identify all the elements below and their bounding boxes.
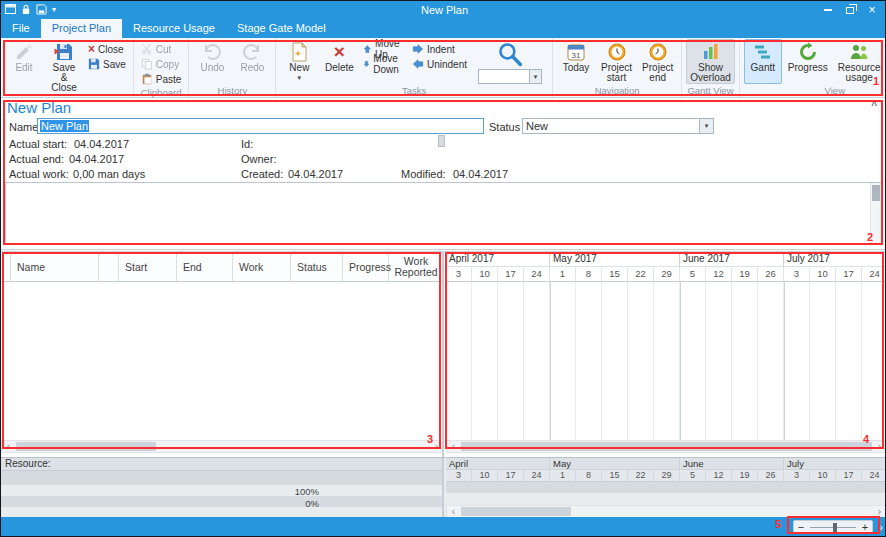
redo-icon [242, 42, 262, 62]
project-end-button[interactable]: Project end [638, 39, 677, 84]
resource-week: 3 [446, 470, 472, 482]
gantt-week: 15 [602, 267, 628, 282]
gantt-week: 17 [498, 267, 524, 282]
gantt-hscroll-thumb[interactable] [461, 442, 872, 451]
column-end[interactable]: End [177, 252, 233, 281]
close-plan-button[interactable]: × Close [85, 42, 129, 56]
task-table-body[interactable] [1, 282, 442, 440]
view-gantt-button[interactable]: Gantt [744, 39, 782, 84]
name-input[interactable]: New Plan [37, 118, 484, 134]
column-start[interactable]: Start [119, 252, 177, 281]
redo-label: Redo [240, 63, 264, 73]
task-table-hscroll-thumb[interactable] [16, 442, 156, 451]
save-and-close-button[interactable]: Save & Close [45, 39, 83, 94]
delete-icon: × [334, 42, 345, 62]
status-select[interactable]: New ▾ [522, 118, 714, 134]
view-progress-button[interactable]: Progress [784, 39, 832, 84]
resource-week: 26 [758, 470, 784, 482]
close-window-button[interactable]: × [862, 2, 882, 18]
task-table-hscrollbar[interactable]: ‹ › [1, 440, 444, 453]
paste-button[interactable]: Paste [138, 72, 185, 86]
collapse-panel-icon[interactable]: ^ [871, 100, 877, 111]
gantt-chart: April 2017 May 2017 June 2017 July 2017 … [446, 252, 886, 457]
zoom-in-button[interactable]: + [858, 521, 872, 533]
zoom-out-button[interactable]: − [794, 521, 808, 533]
resource-hscroll-thumb[interactable] [461, 507, 571, 516]
gantt-hscrollbar[interactable]: ‹ › [446, 440, 886, 453]
gantt-timeline-body[interactable] [446, 282, 886, 440]
search-icon[interactable] [496, 41, 524, 67]
actual-end-label: Actual end: [9, 153, 64, 165]
column-name[interactable]: Name [11, 252, 99, 281]
notes-textarea[interactable] [5, 182, 882, 245]
tab-stage-gate-model[interactable]: Stage Gate Model [226, 19, 337, 38]
scroll-right-icon[interactable]: › [873, 441, 886, 452]
column-icon[interactable] [99, 252, 119, 281]
search-dropdown-icon[interactable]: ▾ [529, 70, 541, 83]
project-start-clock-icon [607, 42, 627, 62]
tab-resource-usage[interactable]: Resource Usage [122, 19, 226, 38]
gantt-month: April 2017 [446, 252, 550, 267]
new-task-button[interactable]: New ▾ [280, 39, 318, 84]
zoom-slider-thumb[interactable] [833, 523, 837, 533]
gantt-week: 10 [810, 267, 836, 282]
statusbar-scroll-right-icon[interactable]: › [879, 521, 883, 533]
column-progress[interactable]: Progress [343, 252, 389, 281]
resource-header: Resource: [1, 458, 442, 471]
status-select-dropdown-icon[interactable]: ▾ [699, 119, 713, 133]
scroll-left-icon[interactable]: ‹ [2, 441, 15, 452]
app-icon[interactable] [5, 4, 16, 16]
save-button[interactable]: Save [85, 57, 129, 71]
ribbon-group-tasks: New ▾ × Delete Move Up Move Down [276, 38, 553, 97]
scroll-left-icon[interactable]: ‹ [447, 441, 460, 452]
annotation-number-1: 1 [873, 75, 879, 87]
unindent-label: Unindent [427, 59, 467, 70]
unindent-button[interactable]: Unindent [409, 57, 470, 71]
indent-button[interactable]: Indent [409, 42, 470, 56]
project-start-button[interactable]: Project start [597, 39, 636, 84]
quick-save-icon[interactable] [36, 4, 47, 17]
gantt-week: 8 [576, 267, 602, 282]
scroll-left-icon[interactable]: ‹ [447, 506, 460, 517]
plan-detail-form: New Plan ^ Name New Plan Status New ▾ Ac… [1, 98, 885, 250]
indent-label: Indent [427, 44, 455, 55]
resource-band [1, 496, 442, 507]
move-down-label: Move Down [373, 53, 404, 75]
resource-hscrollbar[interactable]: ‹ › [446, 505, 885, 517]
qat-dropdown-icon[interactable]: ▾ [52, 6, 56, 14]
resource-week: 19 [732, 470, 758, 482]
copy-icon [141, 58, 153, 70]
month-separator [784, 282, 785, 440]
scroll-right-icon[interactable]: › [873, 506, 885, 517]
tab-project-plan[interactable]: Project Plan [41, 19, 122, 38]
axis-label-0: 0% [274, 498, 319, 509]
resource-week: 24 [862, 470, 885, 482]
today-button[interactable]: 31 Today [557, 39, 595, 84]
column-work-reported[interactable]: Work Reported [389, 252, 442, 281]
delete-task-button[interactable]: × Delete [320, 39, 358, 84]
gantt-week: 1 [550, 267, 576, 282]
minimize-button[interactable] [818, 2, 838, 18]
gantt-week: 10 [472, 267, 498, 282]
titlebar: ▾ New Plan × [1, 1, 885, 19]
resource-week: 17 [498, 470, 524, 482]
new-dropdown-icon: ▾ [298, 74, 302, 81]
created-value: 04.04.2017 [288, 168, 343, 180]
month-separator [680, 282, 681, 440]
restore-button[interactable] [840, 2, 860, 18]
group-label-view: View [744, 84, 886, 97]
column-status[interactable]: Status [291, 252, 343, 281]
edit-button: Edit [5, 39, 43, 94]
column-work[interactable]: Work [233, 252, 291, 281]
annotation-number-3: 3 [427, 433, 433, 445]
gantt-week: 29 [654, 267, 680, 282]
resource-week: 24 [524, 470, 550, 482]
zoom-slider[interactable] [808, 521, 858, 533]
lock-icon[interactable] [21, 4, 31, 17]
tab-file[interactable]: File [1, 19, 41, 38]
resource-month: April [446, 458, 550, 470]
task-search-input[interactable]: ▾ [478, 69, 542, 84]
notes-scrollbar-thumb[interactable] [872, 185, 880, 201]
move-down-button[interactable]: Move Down [360, 57, 407, 71]
show-overload-button[interactable]: Show Overload [686, 39, 735, 84]
